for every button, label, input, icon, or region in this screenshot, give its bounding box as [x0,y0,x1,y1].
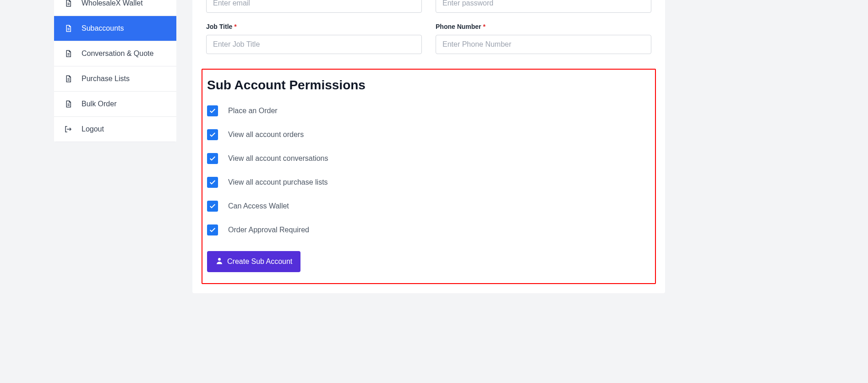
sidebar-item-logout[interactable]: Logout [54,117,176,142]
checkbox-access-wallet[interactable] [207,201,218,212]
svg-point-0 [218,258,221,261]
create-subaccount-button[interactable]: Create Sub Account [207,251,300,272]
password-field[interactable] [436,0,651,13]
checkbox-place-order[interactable] [207,105,218,116]
permission-row: View all account purchase lists [207,177,650,188]
permission-label: View all account orders [228,131,304,139]
job-title-label-text: Job Title [206,23,232,30]
sidebar-item-conversation[interactable]: Conversation & Quote [54,41,176,66]
document-icon [64,75,72,83]
sidebar-item-subaccounts[interactable]: Subaccounts [54,16,176,41]
form-group-email: Email [206,0,422,13]
document-icon [64,24,72,33]
sidebar-item-label: Conversation & Quote [82,49,153,58]
checkbox-order-approval[interactable] [207,224,218,235]
job-title-label: Job Title * [206,23,422,30]
sidebar-item-label: Logout [82,125,104,133]
sidebar-item-label: WholesaleX Wallet [82,0,143,7]
sidebar: WholesaleX Wallet Subaccounts Conversati… [54,0,176,142]
sidebar-item-purchase-lists[interactable]: Purchase Lists [54,66,176,92]
email-field[interactable] [206,0,422,13]
permission-row: Can Access Wallet [207,201,650,212]
document-icon [64,100,72,108]
permission-label: View all account conversations [228,154,328,163]
required-mark: * [483,23,485,30]
document-icon [64,49,72,58]
logout-icon [64,125,72,133]
form-group-job-title: Job Title * [206,23,422,54]
permissions-heading: Sub Account Permissions [207,78,650,93]
document-icon [64,0,72,7]
required-mark: * [234,23,236,30]
sidebar-item-label: Bulk Order [82,100,116,108]
permission-row: View all account conversations [207,153,650,164]
permission-row: View all account orders [207,129,650,140]
permission-label: View all account purchase lists [228,178,328,186]
sidebar-item-bulk-order[interactable]: Bulk Order [54,92,176,117]
sidebar-item-label: Subaccounts [82,24,124,33]
permission-label: Order Approval Required [228,226,309,234]
permissions-section: Sub Account Permissions Place an Order V… [202,69,656,284]
create-button-label: Create Sub Account [227,257,292,266]
user-plus-icon [215,257,224,267]
phone-field[interactable] [436,35,651,54]
permission-label: Can Access Wallet [228,202,289,210]
phone-label-text: Phone Number [436,23,481,30]
checkbox-view-purchase-lists[interactable] [207,177,218,188]
checkbox-view-conversations[interactable] [207,153,218,164]
sidebar-item-label: Purchase Lists [82,75,130,83]
form-group-password: Password [436,0,651,13]
form-group-phone: Phone Number * [436,23,651,54]
main-panel: Email Password Job Title * Phone Number … [192,0,665,293]
checkbox-view-orders[interactable] [207,129,218,140]
phone-label: Phone Number * [436,23,651,30]
permission-row: Order Approval Required [207,224,650,235]
permission-row: Place an Order [207,105,650,116]
permission-label: Place an Order [228,107,278,115]
job-title-field[interactable] [206,35,422,54]
sidebar-item-wallet[interactable]: WholesaleX Wallet [54,0,176,16]
